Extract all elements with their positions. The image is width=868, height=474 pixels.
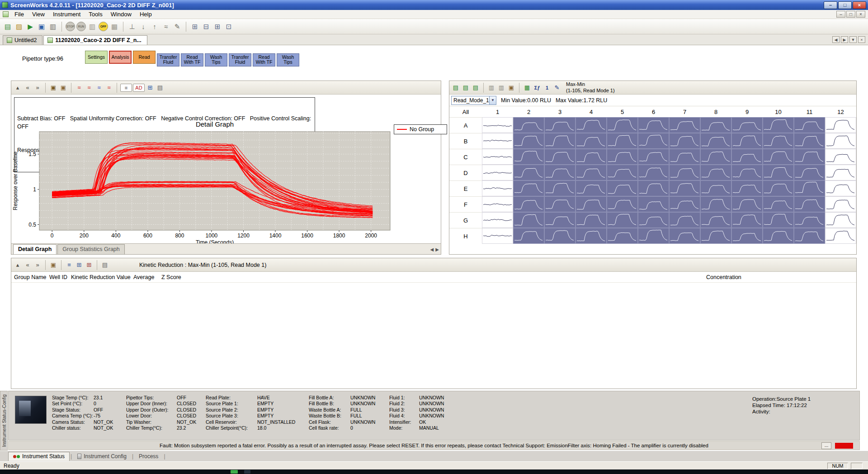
well-A8[interactable]: [700, 117, 731, 133]
transfer-fluid-2-button[interactable]: Transfer Fluid: [229, 53, 251, 66]
export-icon[interactable]: ▥: [48, 22, 58, 32]
well-H9[interactable]: [731, 228, 763, 244]
reduction-column-well-id[interactable]: Well ID: [49, 274, 67, 280]
paste-graph-icon[interactable]: ▣: [59, 83, 68, 92]
well-D7[interactable]: [669, 165, 700, 180]
minimize-button[interactable]: –: [824, 1, 837, 9]
well-B9[interactable]: [731, 133, 763, 149]
well-F8[interactable]: [700, 196, 731, 212]
tab-instrument-status[interactable]: Instrument Status: [8, 452, 70, 461]
layout-custom-icon[interactable]: ⊡: [224, 22, 234, 32]
well-A12[interactable]: [825, 117, 856, 133]
well-H4[interactable]: [576, 228, 607, 244]
well-A7[interactable]: [669, 117, 700, 133]
taskbar-app-icon[interactable]: [231, 470, 238, 474]
well-F7[interactable]: [669, 196, 700, 212]
graph-tab-detail-graph[interactable]: Detail Graph: [13, 244, 57, 254]
well-B5[interactable]: [607, 133, 638, 149]
well-A10[interactable]: [763, 117, 794, 133]
well-F9[interactable]: [731, 196, 763, 212]
well-D6[interactable]: [638, 165, 669, 180]
well-G10[interactable]: [763, 212, 794, 228]
taskbar-app-icon[interactable]: [244, 470, 250, 474]
well-B1[interactable]: [482, 133, 513, 149]
tab-scroll-left-icon[interactable]: ◀: [832, 36, 840, 43]
plate-row-label-C[interactable]: C: [449, 149, 482, 165]
group-view-icon[interactable]: ⊞: [85, 261, 94, 270]
well-E6[interactable]: [638, 180, 669, 196]
protocol-edit-icon[interactable]: ✎: [172, 22, 182, 32]
well-E5[interactable]: [607, 180, 638, 196]
well-G4[interactable]: [576, 212, 607, 228]
report-icon[interactable]: ▤: [100, 261, 109, 270]
well-D9[interactable]: [731, 165, 763, 180]
well-E9[interactable]: [731, 180, 763, 196]
well-G6[interactable]: [638, 212, 669, 228]
lamp-off-button[interactable]: OFF: [99, 22, 108, 31]
well-A6[interactable]: [638, 117, 669, 133]
well-H6[interactable]: [638, 228, 669, 244]
plate-row-label-A[interactable]: A: [449, 117, 482, 133]
reduction-column-group-name[interactable]: Group Name: [14, 274, 47, 280]
open-run-icon[interactable]: ▶: [25, 22, 35, 32]
wash-tips-2-button[interactable]: Wash Tips: [277, 53, 299, 66]
pipettor-height-icon[interactable]: ⊥: [127, 22, 137, 32]
well-B3[interactable]: [544, 133, 576, 149]
group-config-icon[interactable]: ▦: [523, 83, 532, 92]
well-A4[interactable]: [576, 117, 607, 133]
well-E4[interactable]: [576, 180, 607, 196]
well-C1[interactable]: [482, 149, 513, 165]
well-B8[interactable]: [700, 133, 731, 149]
layout-split-icon[interactable]: ⊟: [201, 22, 211, 32]
copy-plate-icon[interactable]: ▥: [487, 83, 496, 92]
stop-button[interactable]: STOP: [66, 22, 75, 31]
paste-plate-icon[interactable]: ▣: [507, 83, 516, 92]
mdi-close-button[interactable]: ×: [856, 11, 865, 18]
new-file-icon[interactable]: ▤: [3, 22, 13, 32]
reduction-column-z-score[interactable]: Z Score: [161, 274, 181, 280]
transfer-fluid-1-button[interactable]: Transfer Fluid: [157, 53, 179, 66]
tab-process[interactable]: Process: [134, 452, 163, 461]
well-C10[interactable]: [763, 149, 794, 165]
menu-item-file[interactable]: File: [10, 10, 28, 19]
well-G11[interactable]: [794, 212, 825, 228]
maximize-button[interactable]: □: [838, 1, 852, 9]
well-E10[interactable]: [763, 180, 794, 196]
settings-button[interactable]: Settings: [85, 51, 108, 64]
scroll-right-icon[interactable]: »: [33, 261, 42, 270]
well-B4[interactable]: [576, 133, 607, 149]
menu-item-instrument[interactable]: Instrument: [49, 10, 85, 19]
tab-instrument-config[interactable]: Instrument Config: [73, 452, 131, 461]
well-D12[interactable]: [825, 165, 856, 180]
well-A1[interactable]: [482, 117, 513, 133]
well-B10[interactable]: [763, 133, 794, 149]
well-C7[interactable]: [669, 149, 700, 165]
well-C9[interactable]: [731, 149, 763, 165]
copy-graph-icon[interactable]: ▣: [49, 83, 58, 92]
plate-view-group-icon[interactable]: ▤: [461, 83, 470, 92]
well-A3[interactable]: [544, 117, 576, 133]
well-E11[interactable]: [794, 180, 825, 196]
well-D2[interactable]: [513, 165, 544, 180]
layout-single-icon[interactable]: ⊞: [190, 22, 200, 32]
scroll-left-icon[interactable]: «: [23, 261, 32, 270]
aspirate-icon[interactable]: ↓: [138, 22, 148, 32]
open-file-icon[interactable]: ▨: [14, 22, 24, 32]
well-F10[interactable]: [763, 196, 794, 212]
well-B12[interactable]: [825, 133, 856, 149]
read-mode-select[interactable]: Read_Mode_1 ▼: [451, 96, 496, 105]
well-F5[interactable]: [607, 196, 638, 212]
plate-header-all[interactable]: All: [449, 106, 482, 117]
plate-row-label-B[interactable]: B: [449, 133, 482, 149]
menu-item-tools[interactable]: Tools: [85, 10, 106, 19]
autoscale-toggle-button[interactable]: AD: [133, 84, 145, 92]
dispense-icon[interactable]: ↑: [150, 22, 160, 32]
mdi-restore-button[interactable]: □: [846, 11, 855, 18]
well-G9[interactable]: [731, 212, 763, 228]
all-traces-icon[interactable]: ≈: [75, 83, 84, 92]
menu-item-view[interactable]: View: [28, 10, 49, 19]
wash-station-icon[interactable]: ≈: [161, 22, 171, 32]
well-H11[interactable]: [794, 228, 825, 244]
well-H12[interactable]: [825, 228, 856, 244]
mdi-minimize-button[interactable]: –: [836, 11, 845, 18]
